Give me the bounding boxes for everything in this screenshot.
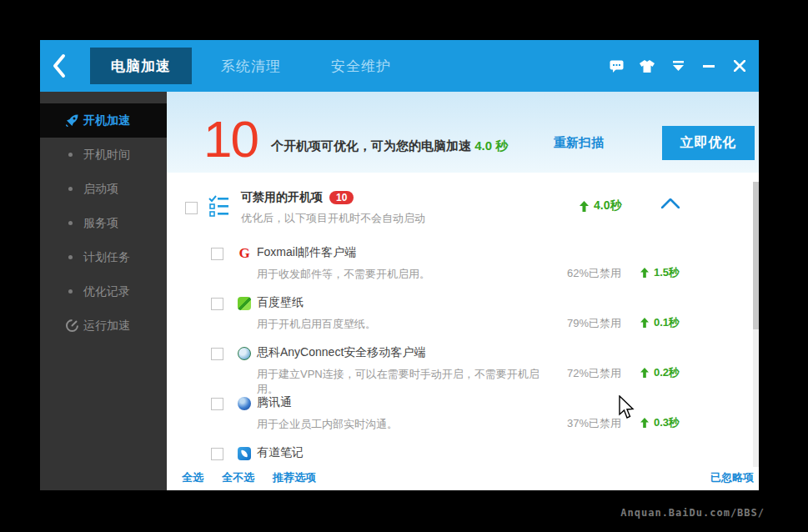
- up-arrow-icon: [640, 268, 649, 278]
- item-boost-value: 0.3秒: [654, 415, 680, 430]
- item-checkbox[interactable]: [211, 448, 223, 460]
- wallpaper-icon: [237, 296, 252, 311]
- sidebar-item-开机时间[interactable]: 开机时间: [40, 138, 167, 172]
- item-disabled-percent: 62%已禁用: [542, 266, 621, 281]
- sidebar-item-计划任务[interactable]: 计划任务: [40, 240, 167, 274]
- main-panel: 10 个开机项可优化，可为您的电脑加速 4.0 秒 重新扫描 立即优化: [167, 92, 759, 490]
- startup-item-row: 腾讯通 用于企业员工内部实时沟通。 37%已禁用 0.3秒: [167, 388, 759, 438]
- summary-text-before: 个开机项可优化，可为您的电脑加速: [271, 138, 474, 153]
- item-boost-value: 1.5秒: [654, 265, 680, 280]
- item-description: 用于收发邮件等，不需要开机启用。: [257, 267, 542, 282]
- item-name: 百度壁纸: [257, 295, 542, 310]
- startup-item-row: 百度壁纸 用于开机启用百度壁纸。 79%已禁用 0.1秒: [167, 288, 759, 338]
- sidebar-item-label: 开机加速: [83, 113, 130, 128]
- optimizable-count: 10: [203, 116, 258, 163]
- item-disabled-percent: 79%已禁用: [542, 316, 621, 331]
- title-bar: 电脑加速 系统清理 安全维护: [40, 40, 759, 92]
- startup-items-list: 可禁用的开机项 10 优化后，以下项目开机时不会自动启动 4.0秒: [167, 173, 759, 467]
- tab-security-maintenance[interactable]: 安全维护: [310, 48, 412, 84]
- group-checkbox[interactable]: [185, 202, 198, 214]
- group-count-badge: 10: [329, 191, 354, 204]
- group-subtitle: 优化后，以下项目开机时不会自动启动: [241, 211, 580, 226]
- ignored-items-link[interactable]: 已忽略项: [710, 470, 754, 485]
- bullet: [65, 187, 83, 191]
- group-title: 可禁用的开机项: [241, 190, 323, 205]
- up-arrow-icon: [640, 318, 649, 328]
- watermark: Anquan.BaiDu.com/BBS/: [620, 507, 765, 519]
- tab-pc-speedup[interactable]: 电脑加速: [90, 48, 192, 84]
- summary-text: 个开机项可优化，可为您的电脑加速 4.0 秒: [271, 138, 508, 154]
- main-tabs: 电脑加速 系统清理 安全维护: [90, 40, 420, 92]
- rtx-icon: [237, 396, 252, 411]
- scan-summary: 10 个开机项可优化，可为您的电脑加速 4.0 秒 重新扫描 立即优化: [167, 92, 759, 173]
- item-name: 思科AnyConnect安全移动客户端: [257, 345, 542, 360]
- item-description: 用于企业员工内部实时沟通。: [257, 417, 542, 432]
- rocket-icon: [65, 113, 83, 128]
- recommended-link[interactable]: 推荐选项: [273, 470, 316, 485]
- sidebar-item-运行加速[interactable]: 运行加速: [40, 309, 167, 343]
- sidebar-item-label: 服务项: [83, 216, 118, 231]
- minimize-icon[interactable]: [701, 58, 716, 73]
- item-name: 腾讯通: [257, 395, 542, 410]
- item-checkbox[interactable]: [211, 248, 223, 260]
- startup-item-row: 思科AnyConnect安全移动客户端 用于建立VPN连接，可以在需要时手动开启…: [167, 338, 759, 388]
- group-titles: 可禁用的开机项 10 优化后，以下项目开机时不会自动启动: [241, 190, 580, 226]
- group-boost: 4.0秒: [580, 198, 638, 213]
- optimize-now-button[interactable]: 立即优化: [662, 126, 755, 160]
- up-arrow-icon: [640, 368, 649, 378]
- sidebar-item-启动项[interactable]: 启动项: [40, 172, 167, 206]
- item-boost-value: 0.2秒: [654, 365, 680, 380]
- sidebar-item-label: 启动项: [83, 182, 118, 197]
- bullet: [65, 289, 83, 294]
- bullet: [65, 153, 83, 157]
- scrollbar-track[interactable]: [753, 182, 759, 467]
- item-text: 百度壁纸 用于开机启用百度壁纸。: [257, 295, 542, 332]
- item-checkbox[interactable]: [211, 398, 223, 410]
- item-name: 有道笔记: [257, 445, 542, 460]
- back-arrow-icon: [52, 53, 67, 78]
- sidebar: 开机加速 开机时间 启动项 服务项: [40, 92, 167, 490]
- item-checkbox[interactable]: [211, 348, 223, 360]
- group-boost-value: 4.0秒: [594, 198, 621, 213]
- rescan-link[interactable]: 重新扫描: [554, 135, 604, 151]
- sidebar-item-优化记录[interactable]: 优化记录: [40, 274, 167, 309]
- select-all-link[interactable]: 全选: [182, 470, 203, 485]
- sidebar-item-开机加速[interactable]: 开机加速: [40, 103, 167, 138]
- up-arrow-icon: [640, 418, 649, 428]
- item-description: 用于建立VPN连接，可以在需要时手动开启，不需要开机启用。: [257, 367, 542, 397]
- sidebar-item-服务项[interactable]: 服务项: [40, 206, 167, 240]
- checklist-icon: [208, 195, 229, 220]
- item-text: 思科AnyConnect安全移动客户端 用于建立VPN连接，可以在需要时手动开启…: [257, 345, 542, 397]
- item-name: Foxmail邮件客户端: [257, 245, 542, 260]
- window-controls: [609, 40, 747, 92]
- menu-icon[interactable]: [670, 58, 685, 73]
- item-text: 有道笔记 用于记录电子笔记本，不需要开机启用。: [257, 445, 542, 467]
- sidebar-item-label: 优化记录: [83, 284, 130, 299]
- item-checkbox[interactable]: [211, 298, 223, 310]
- foxmail-icon: G: [237, 246, 252, 261]
- item-text: Foxmail邮件客户端 用于收发邮件等，不需要开机启用。: [257, 245, 542, 282]
- item-disabled-percent: 37%已禁用: [542, 416, 621, 431]
- close-icon[interactable]: [732, 58, 747, 73]
- group-header-row: 可禁用的开机项 10 优化后，以下项目开机时不会自动启动 4.0秒: [167, 173, 759, 238]
- anyconnect-icon: [237, 346, 252, 361]
- item-description: 用于开机启用百度壁纸。: [257, 317, 542, 332]
- feedback-icon[interactable]: [609, 58, 624, 73]
- back-button[interactable]: [40, 40, 78, 92]
- collapse-chevron-icon[interactable]: [661, 197, 680, 212]
- app-window: 电脑加速 系统清理 安全维护: [40, 40, 759, 490]
- startup-item-row: G Foxmail邮件客户端 用于收发邮件等，不需要开机启用。 62%已禁用 1…: [167, 238, 759, 288]
- bullet: [65, 255, 83, 259]
- select-none-link[interactable]: 全不选: [222, 470, 254, 485]
- scrollbar-thumb[interactable]: [753, 182, 759, 329]
- item-boost: 0.2秒: [621, 365, 680, 380]
- up-arrow-icon: [580, 201, 589, 212]
- list-footer: 全选 全不选 推荐选项 已忽略项: [167, 467, 759, 490]
- item-boost: 1.5秒: [621, 265, 680, 280]
- skin-icon[interactable]: [640, 58, 655, 73]
- sidebar-item-label: 运行加速: [83, 319, 130, 334]
- sidebar-item-label: 计划任务: [83, 250, 130, 265]
- startup-item-row: 有道笔记 用于记录电子笔记本，不需要开机启用。 73%已禁用 0.5秒: [167, 438, 759, 467]
- sidebar-item-label: 开机时间: [83, 148, 130, 163]
- tab-system-cleanup[interactable]: 系统清理: [200, 48, 302, 84]
